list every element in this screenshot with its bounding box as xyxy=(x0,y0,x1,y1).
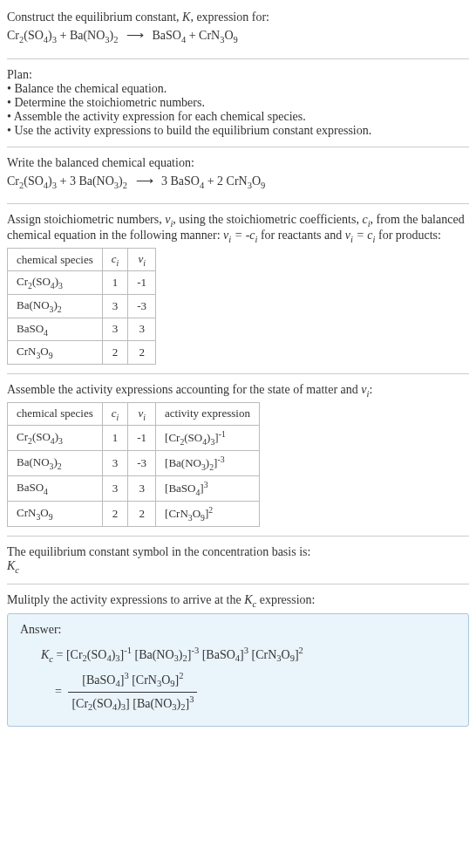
eqsym-text: The equilibrium constant symbol in the c… xyxy=(7,545,469,559)
stoich-t5: for products: xyxy=(375,229,440,242)
activity-cell: [BaSO4]3 xyxy=(156,475,260,501)
multiply-t1: Mulitply the activity expressions to arr… xyxy=(7,593,244,606)
divider xyxy=(7,373,469,374)
vi-cell: -3 xyxy=(128,294,156,318)
vi-cell: -1 xyxy=(128,426,156,451)
ci-cell: 3 xyxy=(102,451,128,476)
stoich-table: chemical species ci νi Cr2(SO4)3 1 -1 Ba… xyxy=(7,248,156,365)
table-header-row: chemical species ci νi xyxy=(8,248,156,271)
answer-box: Answer: Kc = [Cr2(SO4)3]-1 [Ba(NO3)2]-3 … xyxy=(7,613,469,727)
col-species: chemical species xyxy=(8,248,103,271)
balanced-heading: Write the balanced chemical equation: xyxy=(7,156,469,170)
denominator: [Cr2(SO4)3] [Ba(NO3)2]3 xyxy=(68,693,197,715)
balanced-section: Write the balanced chemical equation: Cr… xyxy=(7,153,469,199)
multiply-section: Mulitply the activity expressions to arr… xyxy=(7,590,469,731)
ci-cell: 1 xyxy=(102,271,128,295)
intro-section: Construct the equilibrium constant, K, e… xyxy=(7,7,469,53)
species-cell: BaSO4 xyxy=(8,475,103,501)
answer-label: Answer: xyxy=(20,623,456,637)
species-cell: Ba(NO3)2 xyxy=(8,294,103,318)
species-cell: CrN3O9 xyxy=(8,501,103,526)
intro-post: , expression for: xyxy=(190,10,269,24)
c-i: ci xyxy=(362,213,370,226)
activity-cell: [Cr2(SO4)3]-1 xyxy=(156,426,260,451)
col-activity: activity expression xyxy=(156,402,260,426)
intro-pre: Construct the equilibrium constant, xyxy=(7,10,182,24)
stoich-t4: for reactants and xyxy=(257,229,344,242)
assemble-t2: : xyxy=(369,383,372,396)
plan-section: Plan: • Balance the chemical equation. •… xyxy=(7,65,469,141)
unbalanced-equation: Cr2(SO4)3 + Ba(NO3)2 ⟶ BaSO4 + CrN3O9 xyxy=(7,26,469,48)
table-row: Ba(NO3)2 3 -3 xyxy=(8,294,156,318)
nu-eq2: νi = ci xyxy=(345,229,376,242)
table-row: Ba(NO3)2 3 -3 [Ba(NO3)2]-3 xyxy=(8,451,260,476)
kc-symbol: Kc xyxy=(7,559,469,575)
kc-inline: Kc xyxy=(244,593,256,606)
ci-cell: 1 xyxy=(102,426,128,451)
divider xyxy=(7,584,469,584)
col-ci: ci xyxy=(102,402,128,426)
eqsym-section: The equilibrium constant symbol in the c… xyxy=(7,542,469,578)
multiply-t2: expression: xyxy=(256,593,315,606)
multiply-text: Mulitply the activity expressions to arr… xyxy=(7,593,469,609)
table-row: BaSO4 3 3 [BaSO4]3 xyxy=(8,475,260,501)
species-cell: Ba(NO3)2 xyxy=(8,451,103,476)
plan-item: • Balance the chemical equation. xyxy=(7,82,469,96)
vi-cell: 3 xyxy=(128,475,156,501)
divider xyxy=(7,147,469,147)
table-row: Cr2(SO4)3 1 -1 xyxy=(8,271,156,295)
ci-cell: 3 xyxy=(102,318,128,341)
plan-item: • Determine the stoichiometric numbers. xyxy=(7,96,469,110)
vi-cell: 3 xyxy=(128,318,156,341)
vi-cell: 2 xyxy=(128,341,156,365)
table-row: Cr2(SO4)3 1 -1 [Cr2(SO4)3]-1 xyxy=(8,426,260,451)
divider xyxy=(7,58,469,59)
col-vi: νi xyxy=(128,402,156,426)
stoich-section: Assign stoichiometric numbers, νi, using… xyxy=(7,209,469,368)
stoich-t1: Assign stoichiometric numbers, xyxy=(7,213,165,226)
fraction: [BaSO4]3 [CrN3O9]2 [Cr2(SO4)3] [Ba(NO3)2… xyxy=(68,669,197,716)
plan-heading: Plan: xyxy=(7,68,469,82)
species-cell: CrN3O9 xyxy=(8,341,103,365)
activity-cell: [Ba(NO3)2]-3 xyxy=(156,451,260,476)
assemble-t1: Assemble the activity expressions accoun… xyxy=(7,383,361,396)
intro-text: Construct the equilibrium constant, K, e… xyxy=(7,10,469,24)
nu-eq: νi = -ci xyxy=(223,229,257,242)
col-species: chemical species xyxy=(8,402,103,426)
assemble-section: Assemble the activity expressions accoun… xyxy=(7,379,469,530)
ci-cell: 2 xyxy=(102,341,128,365)
balanced-equation: Cr2(SO4)3 + 3 Ba(NO3)2 ⟶ 3 BaSO4 + 2 CrN… xyxy=(7,172,469,194)
ci-cell: 3 xyxy=(102,294,128,318)
activity-cell: [CrN3O9]2 xyxy=(156,501,260,526)
ci-cell: 2 xyxy=(102,501,128,526)
species-cell: Cr2(SO4)3 xyxy=(8,271,103,295)
divider xyxy=(7,203,469,204)
assemble-text: Assemble the activity expressions accoun… xyxy=(7,383,469,399)
nu-i: νi xyxy=(165,213,173,226)
plan-item: • Use the activity expressions to build … xyxy=(7,124,469,138)
divider xyxy=(7,536,469,537)
table-row: CrN3O9 2 2 [CrN3O9]2 xyxy=(8,501,260,526)
vi-cell: -1 xyxy=(128,271,156,295)
table-row: BaSO4 3 3 xyxy=(8,318,156,341)
kc-expression-line1: Kc = [Cr2(SO4)3]-1 [Ba(NO3)2]-3 [BaSO4]3… xyxy=(20,644,456,666)
plan-item: • Assemble the activity expression for e… xyxy=(7,110,469,124)
activity-table: chemical species ci νi activity expressi… xyxy=(7,402,260,527)
kc-expression-line2: = [BaSO4]3 [CrN3O9]2 [Cr2(SO4)3] [Ba(NO3… xyxy=(20,669,456,716)
table-header-row: chemical species ci νi activity expressi… xyxy=(8,402,260,426)
intro-k: K xyxy=(182,10,190,24)
species-cell: Cr2(SO4)3 xyxy=(8,426,103,451)
ci-cell: 3 xyxy=(102,475,128,501)
col-vi: νi xyxy=(128,248,156,271)
table-row: CrN3O9 2 2 xyxy=(8,341,156,365)
stoich-t2: , using the stoichiometric coefficients, xyxy=(173,213,362,226)
col-ci: ci xyxy=(102,248,128,271)
numerator: [BaSO4]3 [CrN3O9]2 xyxy=(68,669,197,693)
vi-cell: -3 xyxy=(128,451,156,476)
stoich-text: Assign stoichiometric numbers, νi, using… xyxy=(7,213,469,244)
vi-cell: 2 xyxy=(128,501,156,526)
species-cell: BaSO4 xyxy=(8,318,103,341)
